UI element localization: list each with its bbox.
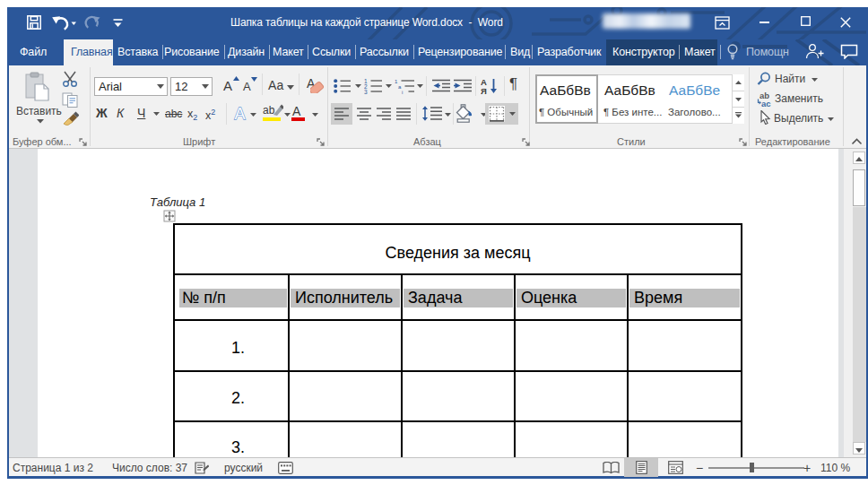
svg-text:Я: Я: [481, 86, 487, 95]
svg-text:ac: ac: [761, 99, 771, 108]
svg-text:3: 3: [364, 89, 368, 94]
svg-text:А: А: [235, 105, 246, 122]
svg-text:i: i: [402, 90, 403, 95]
